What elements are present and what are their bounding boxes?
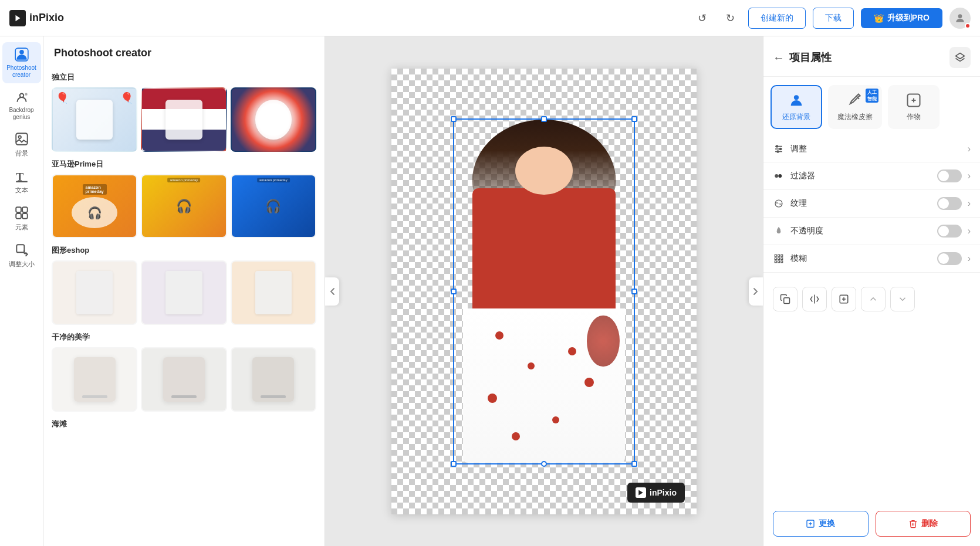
create-new-button[interactable]: 创建新的 — [748, 8, 806, 29]
template-thumb-prime-2[interactable]: amazon primeday 🎧 — [141, 174, 227, 239]
sidebar-label-resize: 调整大小 — [9, 260, 35, 269]
panel-toggle-left[interactable] — [325, 277, 339, 306]
template-thumb-eshop-2[interactable] — [141, 260, 227, 325]
tab-restore-bg[interactable]: 还原背景 — [771, 85, 822, 129]
template-thumb-prime-3[interactable]: amazon primeday 🎧 — [231, 174, 316, 239]
handle-bottom-right[interactable] — [631, 461, 637, 467]
template-thumb-clean-2[interactable] — [141, 347, 227, 412]
tab-magic-eraser[interactable]: 人工智能 魔法橡皮擦 — [828, 85, 882, 129]
property-opacity[interactable]: 不透明度 › — [763, 218, 980, 245]
primeday-grid: amazonprimeday 🎧 amazon primeday 🎧 — [52, 174, 316, 239]
app-logo[interactable]: inPixio — [9, 10, 64, 26]
svg-marker-16 — [956, 53, 965, 59]
adjust-chevron: › — [968, 144, 971, 154]
redo-button[interactable]: ↻ — [720, 8, 741, 29]
template-thumb-clean-1[interactable] — [52, 347, 137, 412]
svg-point-7 — [18, 136, 21, 138]
thumb-inner-clean-2 — [142, 348, 225, 411]
property-adjust[interactable]: 调整 › — [763, 136, 980, 162]
sidebar-item-backdrop[interactable]: Backdropgenius — [2, 84, 41, 126]
svg-point-22 — [776, 145, 778, 147]
right-panel-header: ← 项目属性 — [763, 36, 980, 77]
sidebar-item-resize[interactable]: 调整大小 — [2, 238, 41, 273]
center-button[interactable] — [832, 287, 856, 311]
handle-top-left[interactable] — [451, 116, 457, 122]
template-thumb-prime-1[interactable]: amazonprimeday 🎧 — [52, 174, 137, 239]
layers-button[interactable] — [949, 47, 971, 68]
opacity-icon — [773, 225, 785, 237]
thumb-inner-eshop-1 — [53, 262, 136, 324]
tab-object[interactable]: 作物 — [888, 85, 940, 129]
subject-container[interactable] — [453, 118, 635, 464]
svg-rect-33 — [781, 258, 783, 260]
tool-tabs: 还原背景 人工智能 魔法橡皮擦 作物 — [763, 77, 980, 131]
logo-icon — [9, 10, 26, 26]
svg-rect-35 — [778, 261, 780, 263]
flip-h-button[interactable] — [802, 287, 827, 311]
move-down-button[interactable] — [890, 287, 915, 311]
independence-grid: 🎈 🎈 — [52, 87, 316, 152]
blur-label: 模糊 — [790, 253, 931, 264]
undo-button[interactable]: ↺ — [692, 8, 713, 29]
sidebar-item-text[interactable]: T 文本 — [2, 164, 41, 199]
svg-point-17 — [794, 95, 799, 100]
template-thumb-eshop-3[interactable] — [231, 260, 316, 325]
opacity-toggle[interactable] — [937, 225, 962, 238]
replace-button[interactable]: 更换 — [773, 511, 869, 537]
download-button[interactable]: 下载 — [813, 8, 854, 29]
main-layout: Photoshootcreator Backdropgenius 背景 T 文本… — [0, 36, 980, 546]
product-placeholder-3 — [255, 100, 292, 140]
property-blur[interactable]: 模糊 › — [763, 245, 980, 273]
template-thumb-eshop-1[interactable] — [52, 260, 137, 325]
thumb-inner-ind-1: 🎈 🎈 — [53, 89, 136, 151]
texture-toggle[interactable] — [937, 197, 962, 210]
panel-toggle-right[interactable] — [749, 277, 763, 306]
sidebar-item-background[interactable]: 背景 — [2, 127, 41, 162]
svg-rect-36 — [781, 261, 783, 263]
template-thumb-ind-2[interactable] — [141, 87, 227, 152]
tab-object-label: 作物 — [907, 112, 921, 122]
right-panel: ← 项目属性 还原背景 人工智能 魔法橡皮擦 作物 — [763, 36, 980, 546]
property-texture[interactable]: 纹理 › — [763, 190, 980, 218]
eshop-placeholder-2 — [165, 271, 202, 314]
watermark-text: inPixio — [650, 488, 677, 497]
opacity-label: 不透明度 — [790, 226, 931, 236]
subject-image — [454, 120, 634, 463]
svg-text:T: T — [16, 171, 23, 183]
template-thumb-ind-1[interactable]: 🎈 🎈 — [52, 87, 137, 152]
delete-button[interactable]: 删除 — [876, 511, 971, 537]
handle-bottom-left[interactable] — [451, 461, 457, 467]
svg-rect-11 — [22, 207, 28, 212]
svg-rect-28 — [775, 255, 776, 256]
texture-icon — [773, 198, 785, 209]
sidebar-label-background: 背景 — [15, 149, 28, 158]
handle-bottom-middle[interactable] — [541, 461, 547, 467]
watermark: inPixio — [627, 483, 685, 503]
sidebar-item-photoshoot[interactable]: Photoshootcreator — [2, 42, 41, 83]
template-thumb-ind-3[interactable] — [231, 87, 316, 152]
sidebar-label-elements: 元素 — [15, 223, 28, 232]
user-avatar[interactable] — [949, 8, 971, 29]
property-filter[interactable]: 过滤器 › — [763, 162, 980, 190]
handle-middle-right[interactable] — [631, 289, 637, 294]
copy-button[interactable] — [773, 287, 797, 311]
clean-grid — [52, 347, 316, 412]
move-up-button[interactable] — [861, 287, 886, 311]
texture-label: 纹理 — [790, 198, 931, 209]
delete-label: 删除 — [921, 518, 938, 529]
blur-chevron: › — [968, 253, 971, 264]
handle-top-right[interactable] — [631, 116, 637, 122]
template-panel-scroll[interactable]: 独立日 🎈 🎈 — [43, 65, 325, 546]
handle-top-middle[interactable] — [541, 116, 547, 122]
svg-point-2 — [19, 50, 24, 55]
svg-rect-29 — [778, 255, 780, 256]
back-icon[interactable]: ← — [773, 51, 785, 65]
thumb-inner-prime-3: amazon primeday 🎧 — [232, 175, 315, 238]
blur-toggle[interactable] — [937, 252, 962, 265]
handle-middle-left[interactable] — [451, 289, 457, 294]
template-thumb-clean-3[interactable] — [231, 347, 316, 412]
upgrade-button[interactable]: 👑 升级到PRO — [861, 8, 942, 28]
sidebar-item-elements[interactable]: 元素 — [2, 201, 41, 236]
filter-toggle[interactable] — [937, 169, 962, 182]
template-panel: Photoshoot creator 独立日 🎈 🎈 — [43, 36, 325, 546]
